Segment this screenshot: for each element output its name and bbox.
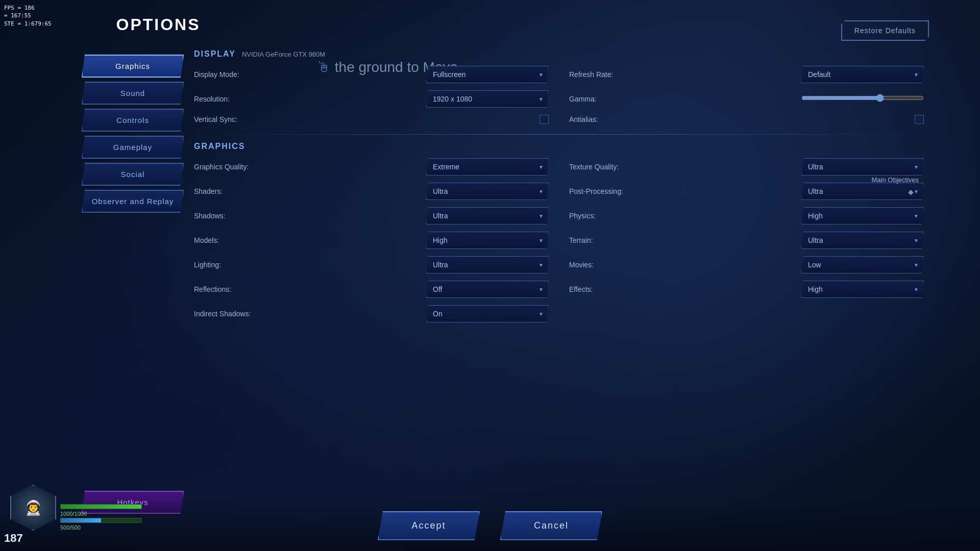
graphics-settings-grid: Graphics Quality: LowMediumHighUltraExtr… bbox=[194, 158, 924, 322]
physics-row: Physics: LowMediumHighUltra bbox=[569, 207, 924, 224]
effects-label: Effects: bbox=[569, 285, 635, 293]
models-select[interactable]: LowMediumHighUltra bbox=[426, 232, 549, 249]
energy-bar bbox=[60, 518, 142, 523]
physics-select[interactable]: LowMediumHighUltra bbox=[801, 207, 924, 224]
physics-control: LowMediumHighUltra bbox=[801, 207, 924, 224]
main-objectives-label: Main Objectives bbox=[872, 176, 919, 184]
indirect-shadows-select[interactable]: OffOn bbox=[426, 305, 549, 322]
texture-quality-select[interactable]: LowMediumHighUltra bbox=[801, 158, 924, 176]
models-control: LowMediumHighUltra bbox=[426, 232, 549, 249]
lighting-row: Lighting: LowMediumHighUltra bbox=[194, 256, 549, 273]
gamma-row: Gamma: bbox=[569, 90, 924, 108]
post-processing-select[interactable]: OffLowMediumHighUltra bbox=[801, 183, 924, 200]
antialias-checkbox[interactable] bbox=[915, 115, 924, 124]
health-bars: 1000/1000 500/500 bbox=[60, 504, 142, 531]
models-label: Models: bbox=[194, 236, 260, 244]
player-avatar: 👨‍🚀 bbox=[10, 485, 56, 531]
fps-counter: FPS = 186 = 167:55 STE = 1:679:65 bbox=[4, 4, 52, 28]
resolution-select[interactable]: 980 x 551 1280 x 720 2560 x 1440 bbox=[426, 90, 549, 108]
objectives-icon: ◆ bbox=[908, 188, 914, 196]
reflections-label: Reflections: bbox=[194, 285, 260, 293]
reflections-control: OffLowMediumHighUltra bbox=[426, 281, 549, 298]
reflections-row: Reflections: OffLowMediumHighUltra bbox=[194, 281, 549, 298]
sidebar-item-observer-replay[interactable]: Observer and Replay bbox=[82, 190, 184, 213]
terrain-label: Terrain: bbox=[569, 236, 635, 244]
effects-select[interactable]: OffLowMediumHighUltra bbox=[801, 281, 924, 298]
indirect-shadows-row: Indirect Shadows: OffOn bbox=[194, 305, 549, 322]
antialias-label: Antialias: bbox=[569, 115, 635, 123]
restore-defaults-button[interactable]: Restore Defaults bbox=[841, 20, 929, 41]
shadows-row: Shadows: OffLowMediumHighUltra bbox=[194, 207, 549, 224]
movies-label: Movies: bbox=[569, 261, 635, 269]
section-divider-1 bbox=[194, 134, 924, 135]
lighting-label: Lighting: bbox=[194, 261, 260, 269]
display-mode-select[interactable]: Fullscreen Windowed Windowed Fullscreen bbox=[426, 66, 549, 83]
shaders-select[interactable]: LowMediumHighUltra bbox=[426, 183, 549, 200]
gamma-label: Gamma: bbox=[569, 95, 635, 103]
shaders-row: Shaders: LowMediumHighUltra bbox=[194, 183, 549, 200]
bottom-bar: Accept Cancel bbox=[0, 500, 980, 551]
terrain-row: Terrain: LowMediumHighUltra bbox=[569, 232, 924, 249]
terrain-select[interactable]: LowMediumHighUltra bbox=[801, 232, 924, 249]
sidebar-item-gameplay[interactable]: Gameplay bbox=[82, 136, 184, 159]
energy-fill bbox=[61, 518, 101, 522]
post-processing-control: OffLowMediumHighUltra bbox=[801, 183, 924, 200]
refresh-rate-select[interactable]: Default 60 120 144 bbox=[801, 66, 924, 83]
vertical-sync-label: Vertical Sync: bbox=[194, 115, 260, 123]
lighting-control: LowMediumHighUltra bbox=[426, 256, 549, 273]
graphics-quality-label: Graphics Quality: bbox=[194, 163, 260, 171]
hud-bottom-left: 👨‍🚀 1000/1000 500/500 bbox=[10, 485, 142, 531]
options-panel: OPTIONS Restore Defaults Graphics Sound … bbox=[82, 15, 929, 520]
post-processing-row: Post-Processing: OffLowMediumHighUltra bbox=[569, 183, 924, 200]
reflections-select[interactable]: OffLowMediumHighUltra bbox=[426, 281, 549, 298]
energy-text: 500/500 bbox=[60, 524, 142, 531]
health-bar bbox=[60, 504, 142, 509]
resolution-row: Resolution: 980 x 551 1280 x 720 2560 … bbox=[194, 90, 549, 108]
accept-button[interactable]: Accept bbox=[378, 511, 480, 540]
display-label: DISPLAY bbox=[194, 49, 236, 59]
texture-quality-control: LowMediumHighUltra bbox=[801, 158, 924, 176]
sidebar-item-controls[interactable]: Controls bbox=[82, 109, 184, 132]
gamma-control bbox=[801, 94, 924, 104]
sidebar: Graphics Sound Controls Gameplay Social … bbox=[82, 49, 184, 514]
gpu-label: NVIDIA GeForce GTX 980M bbox=[242, 51, 325, 58]
display-settings-grid: Display Mode: Fullscreen Windowed Window… bbox=[194, 66, 924, 124]
movies-control: OffLowMediumHighUltra bbox=[801, 256, 924, 273]
cancel-button[interactable]: Cancel bbox=[500, 511, 602, 540]
content-area: DISPLAY NVIDIA GeForce GTX 980M Display … bbox=[194, 49, 929, 514]
effects-control: OffLowMediumHighUltra bbox=[801, 281, 924, 298]
health-text: 1000/1000 bbox=[60, 511, 142, 517]
indirect-shadows-label: Indirect Shadows: bbox=[194, 310, 260, 318]
sidebar-item-sound[interactable]: Sound bbox=[82, 82, 184, 105]
lighting-select[interactable]: LowMediumHighUltra bbox=[426, 256, 549, 273]
movies-select[interactable]: OffLowMediumHighUltra bbox=[801, 256, 924, 273]
graphics-section: GRAPHICS Graphics Quality: LowMediumHigh… bbox=[194, 142, 924, 322]
health-fill bbox=[61, 505, 141, 509]
display-mode-label: Display Mode: bbox=[194, 70, 260, 79]
display-section: DISPLAY NVIDIA GeForce GTX 980M Display … bbox=[194, 49, 924, 124]
vertical-sync-checkbox[interactable] bbox=[540, 115, 549, 124]
vertical-sync-row: Vertical Sync: bbox=[194, 115, 549, 124]
sidebar-item-graphics[interactable]: Graphics bbox=[82, 55, 184, 78]
refresh-rate-control: Default 60 120 144 bbox=[801, 66, 924, 83]
shadows-control: OffLowMediumHighUltra bbox=[426, 207, 549, 224]
models-row: Models: LowMediumHighUltra bbox=[194, 232, 549, 249]
shadows-label: Shadows: bbox=[194, 212, 260, 220]
sidebar-item-social[interactable]: Social bbox=[82, 163, 184, 186]
graphics-quality-select[interactable]: LowMediumHighUltraExtreme bbox=[426, 158, 549, 176]
display-header: DISPLAY NVIDIA GeForce GTX 980M bbox=[194, 49, 924, 59]
refresh-rate-label: Refresh Rate: bbox=[569, 70, 635, 79]
graphics-section-label: GRAPHICS bbox=[194, 142, 924, 151]
graphics-quality-row: Graphics Quality: LowMediumHighUltraExtr… bbox=[194, 158, 549, 176]
options-title: OPTIONS bbox=[82, 15, 235, 34]
graphics-quality-control: LowMediumHighUltraExtreme bbox=[426, 158, 549, 176]
shadows-select[interactable]: OffLowMediumHighUltra bbox=[426, 207, 549, 224]
resolution-label: Resolution: bbox=[194, 95, 260, 103]
refresh-rate-row: Refresh Rate: Default 60 120 144 bbox=[569, 66, 924, 83]
indirect-shadows-control: OffOn bbox=[426, 305, 549, 322]
display-mode-row: Display Mode: Fullscreen Windowed Window… bbox=[194, 66, 549, 83]
gamma-slider[interactable] bbox=[801, 94, 924, 102]
shaders-control: LowMediumHighUltra bbox=[426, 183, 549, 200]
display-mode-control: Fullscreen Windowed Windowed Fullscreen bbox=[426, 66, 549, 83]
terrain-control: LowMediumHighUltra bbox=[801, 232, 924, 249]
